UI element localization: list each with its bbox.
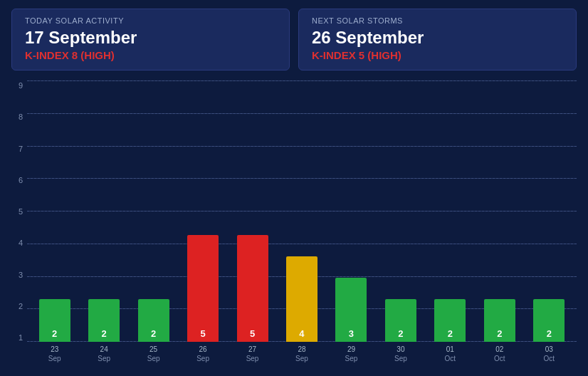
bar: 2 [138, 299, 169, 342]
x-label-num: 30 [382, 345, 419, 354]
bar-column: 2 [36, 299, 73, 342]
next-kindex-label: K-INDEX 5 [312, 49, 364, 61]
bar-value: 2 [151, 328, 156, 339]
y-label: 1 [19, 334, 23, 342]
x-label-num: 27 [234, 345, 271, 354]
bar-wrapper: 2 [39, 299, 70, 342]
bar-value: 2 [52, 328, 57, 339]
y-axis: 123456789 [11, 80, 27, 367]
x-label: 01Oct [431, 345, 468, 363]
bar-value: 5 [200, 328, 205, 339]
bar-wrapper: 2 [434, 299, 466, 342]
next-date: 26 September [312, 28, 563, 48]
bar-wrapper: 2 [385, 299, 416, 342]
bar: 2 [385, 299, 416, 342]
bar-wrapper: 5 [237, 235, 268, 342]
bar: 2 [484, 299, 515, 342]
x-label-num: 28 [283, 345, 320, 354]
bar-value: 2 [398, 328, 403, 339]
y-label: 9 [19, 82, 23, 90]
x-label-month: Oct [431, 354, 468, 363]
y-label: 5 [19, 208, 23, 216]
bar: 5 [187, 235, 219, 342]
today-kindex-label: K-INDEX 8 [25, 49, 78, 61]
bar-column: 2 [382, 299, 419, 342]
next-card: NEXT SOLAR STORMS 26 September K-INDEX 5… [298, 9, 577, 70]
x-label-month: Sep [382, 354, 419, 363]
today-high-label: (HIGH) [80, 49, 115, 61]
x-label: 24Sep [85, 345, 122, 363]
bar-column: 2 [85, 299, 122, 342]
y-label: 7 [19, 145, 23, 153]
x-label-num: 25 [135, 345, 172, 354]
x-label-num: 23 [36, 345, 73, 354]
today-kindex: K-INDEX 8 (HIGH) [25, 49, 276, 61]
bar: 5 [237, 235, 268, 342]
x-label: 23Sep [36, 345, 73, 363]
x-label: 29Sep [332, 345, 369, 363]
bar-column: 5 [234, 235, 271, 342]
bar-wrapper: 2 [138, 299, 169, 342]
x-label-month: Sep [234, 354, 271, 363]
bar-value: 2 [547, 328, 552, 339]
bar: 2 [434, 299, 466, 342]
x-label: 30Sep [382, 345, 419, 363]
bar-wrapper: 4 [286, 256, 317, 342]
bars-row: 22255432222 [27, 80, 577, 342]
x-label-month: Sep [283, 354, 320, 363]
y-label: 4 [19, 239, 23, 247]
bar-value: 3 [349, 328, 354, 339]
bar-column: 4 [283, 256, 320, 342]
bar-column: 3 [332, 278, 369, 342]
bar: 2 [88, 299, 120, 342]
x-label-month: Sep [332, 354, 369, 363]
next-kindex: K-INDEX 5 (HIGH) [312, 49, 563, 61]
bar: 4 [286, 256, 317, 342]
next-subtitle: NEXT SOLAR STORMS [312, 16, 563, 25]
y-label: 8 [19, 113, 23, 121]
x-label-month: Oct [530, 354, 567, 363]
chart-body: 22255432222 23Sep24Sep25Sep26Sep27Sep28S… [27, 80, 577, 367]
x-label-num: 29 [332, 345, 369, 354]
x-label-num: 02 [481, 345, 518, 354]
bar-column: 2 [431, 299, 468, 342]
today-subtitle: TODAY SOLAR ACTIVITY [25, 16, 276, 25]
bar: 3 [335, 278, 367, 342]
x-label: 27Sep [234, 345, 271, 363]
x-label: 25Sep [135, 345, 172, 363]
x-label-month: Sep [36, 354, 73, 363]
bar-wrapper: 2 [533, 299, 565, 342]
bar-wrapper: 2 [484, 299, 515, 342]
x-label-month: Oct [481, 354, 518, 363]
x-label-num: 01 [431, 345, 468, 354]
today-card: TODAY SOLAR ACTIVITY 17 September K-INDE… [11, 9, 290, 70]
bar-value: 2 [102, 328, 107, 339]
chart-area: 123456789 22255432222 23Sep24Sep25Sep26S… [11, 80, 577, 367]
bar-column: 2 [530, 299, 567, 342]
next-high-label: (HIGH) [367, 49, 401, 61]
x-label: 26Sep [184, 345, 221, 363]
bar-value: 2 [497, 328, 502, 339]
today-date: 17 September [25, 28, 276, 48]
bar: 2 [533, 299, 565, 342]
bar-value: 5 [250, 328, 255, 339]
x-label-month: Sep [85, 354, 122, 363]
main-container: TODAY SOLAR ACTIVITY 17 September K-INDE… [0, 0, 588, 376]
x-label-month: Sep [135, 354, 172, 363]
bar-column: 5 [184, 235, 221, 342]
x-label: 03Oct [530, 345, 567, 363]
bar-column: 2 [481, 299, 518, 342]
bar-value: 2 [448, 328, 453, 339]
x-label: 28Sep [283, 345, 320, 363]
bar-wrapper: 5 [187, 235, 219, 342]
x-label-num: 03 [530, 345, 567, 354]
y-label: 3 [19, 271, 23, 279]
x-labels: 23Sep24Sep25Sep26Sep27Sep28Sep29Sep30Sep… [27, 342, 577, 367]
x-label-month: Sep [184, 354, 221, 363]
x-label: 02Oct [481, 345, 518, 363]
bar-column: 2 [135, 299, 172, 342]
x-label-num: 26 [184, 345, 221, 354]
y-label: 2 [19, 303, 23, 310]
bar: 2 [39, 299, 70, 342]
y-label: 6 [19, 177, 23, 184]
